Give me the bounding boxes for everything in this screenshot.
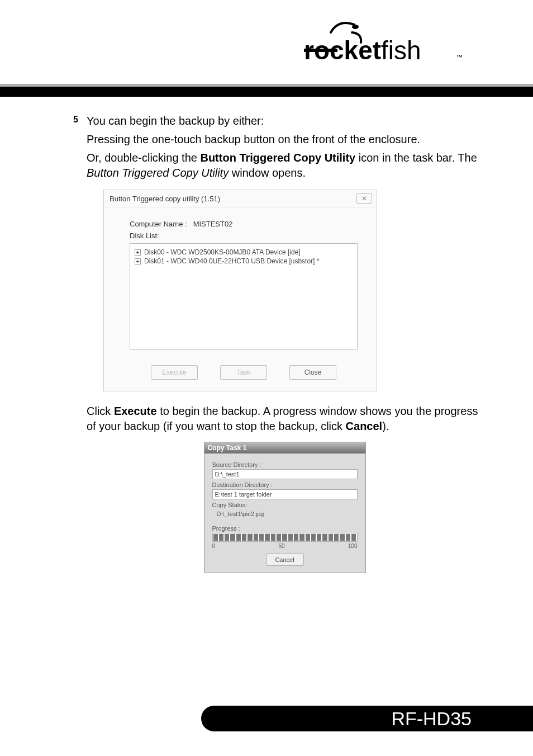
expand-icon[interactable]: + (135, 249, 141, 256)
page-content: 5 You can begin the backup by either: Pr… (0, 97, 533, 573)
text: ). (382, 420, 389, 432)
footer-text: RF-HD35 (391, 706, 472, 731)
text: Click (87, 405, 114, 417)
page-footer: RF-HD35 17 (0, 706, 533, 731)
tree-node-disk00[interactable]: +Disk00 - WDC WD2500KS-00MJB0 ATA Device… (135, 248, 353, 256)
model-number: RF-HD35 (391, 708, 472, 730)
close-icon[interactable]: ✕ (356, 193, 372, 204)
expand-icon[interactable]: + (135, 258, 141, 264)
svg-text:rocketfish: rocketfish (304, 36, 421, 65)
disk-list-tree[interactable]: +Disk00 - WDC WD2500KS-00MJB0 ATA Device… (130, 243, 358, 349)
brand-logo: rocketfish ™ (304, 16, 472, 65)
button-row: Execute Task Close (130, 365, 358, 380)
close-button[interactable]: Close (289, 365, 336, 380)
tree-node-disk01[interactable]: +Disk01 - WDC WD40 0UE-22HCT0 USB Device… (135, 257, 353, 265)
progress-scale: 0 50 100 (212, 543, 358, 549)
text: window opens. (229, 167, 306, 179)
page-header: rocketfish ™ (0, 0, 533, 84)
dest-dir-field[interactable]: E:\test 1 target folder (212, 489, 358, 499)
cancel-bold: Cancel (346, 420, 383, 432)
disk-list-label: Disk List: (130, 231, 358, 240)
computer-name-label: Computer Name : (130, 220, 191, 228)
step-number: 5 (73, 115, 78, 125)
source-dir-field[interactable]: D:\_test1 (212, 469, 358, 479)
task-button[interactable]: Task (220, 365, 267, 380)
titlebar: Copy Task 1 (204, 442, 365, 453)
dest-dir-label: Destination Directory : (212, 481, 358, 488)
ui-name-bold: Button Triggered Copy Utility (200, 152, 355, 164)
window-copy-utility: Button Triggered copy utility (1.51) ✕ C… (103, 190, 377, 391)
window-title: Button Triggered copy utility (1.51) (110, 195, 220, 203)
scale-100: 100 (348, 543, 358, 549)
svg-point-0 (352, 25, 359, 29)
tree-node-label: Disk01 - WDC WD40 0UE-22HCT0 USB Device … (144, 257, 319, 265)
svg-text:™: ™ (456, 53, 463, 61)
progress-bar (212, 533, 358, 542)
scale-0: 0 (212, 543, 216, 549)
step-5: 5 You can begin the backup by either: Pr… (87, 114, 483, 181)
window-copy-task: Copy Task 1 Source Directory : D:\_test1… (204, 442, 366, 573)
copy-status-label: Copy Status: (212, 502, 358, 508)
header-divider-black (0, 87, 533, 97)
ui-name-italic: Button Triggered Copy Utility (87, 167, 229, 179)
source-dir-label: Source Directory : (212, 461, 358, 468)
step-line-3: Or, double-clicking the Button Triggered… (87, 150, 483, 181)
page-number: 17 (479, 706, 501, 731)
tree-node-label: Disk00 - WDC WD2500KS-00MJB0 ATA Device … (144, 248, 301, 256)
computer-name-row: Computer Name : MISTEST02 (130, 220, 358, 228)
scale-50: 50 (278, 543, 284, 549)
computer-name-value: MISTEST02 (193, 220, 233, 228)
post-window-paragraph: Click Execute to begin the backup. A pro… (87, 404, 483, 434)
text: icon in the task bar. The (355, 152, 477, 164)
execute-bold: Execute (114, 405, 157, 417)
cancel-button[interactable]: Cancel (266, 554, 304, 566)
step-line-1: You can begin the backup by either: (87, 114, 483, 129)
progress-label: Progress : (212, 525, 358, 532)
execute-button[interactable]: Execute (151, 365, 198, 380)
text: Or, double-clicking the (87, 152, 200, 164)
copy-status-value: D:\_test1\pic2.jpg (217, 511, 358, 517)
step-line-2: Pressing the one-touch backup button on … (87, 132, 483, 147)
titlebar: Button Triggered copy utility (1.51) ✕ (104, 190, 377, 207)
